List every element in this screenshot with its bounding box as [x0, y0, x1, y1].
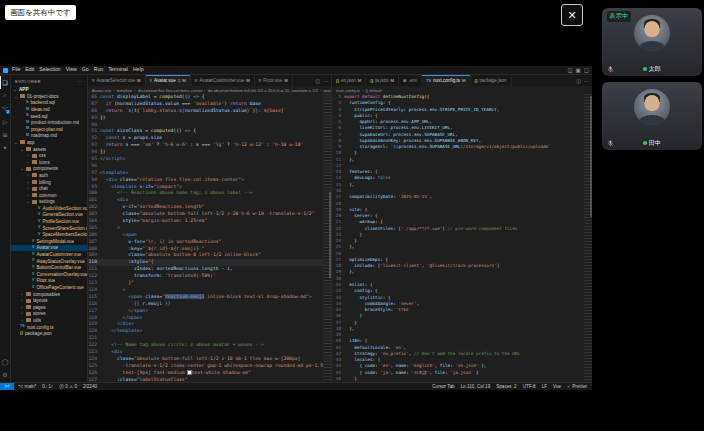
code-line[interactable]: 116 {{ r.emoji }}	[88, 301, 331, 308]
tab-ja.json[interactable]: {}ja.jsonM	[366, 75, 399, 86]
status-item[interactable]: 2/2240	[83, 384, 97, 389]
scrollbar-thumb[interactable]	[590, 96, 593, 217]
menu-run[interactable]: Run	[94, 67, 104, 72]
menu-help[interactable]: Help	[133, 67, 144, 72]
layout-toggle-icon[interactable]: ◫	[567, 67, 572, 73]
tree-item-AvatarCustomizer.vue[interactable]: VAvatarCustomizer.vue	[11, 251, 87, 258]
tree-item-product-introduction.md[interactable]: Mproduct-introduction.md	[11, 119, 87, 126]
tree-item-seed.sql[interactable]: Sseed.sql	[11, 113, 87, 120]
code-line[interactable]: 110 :style="{	[88, 259, 331, 266]
tree-item-roadmap.md[interactable]: Mroadmap.md	[11, 133, 87, 140]
workspace-section-header[interactable]: ⌄ APP	[11, 86, 87, 93]
code-line[interactable]: 101 <div	[88, 197, 331, 204]
code-line[interactable]: 114 >	[88, 287, 331, 294]
tree-item-Avatar.vue[interactable]: VAvatar.vue	[11, 245, 87, 252]
activitybar-ai-chat-icon[interactable]: ✦	[0, 141, 10, 154]
code-line[interactable]: 109 class="absolute bottom-0 left-1/2 in…	[88, 252, 331, 259]
activitybar-source-control-icon[interactable]: ⌥2	[0, 102, 10, 115]
status-item[interactable]: ✓ Prettier	[567, 384, 587, 389]
code-line[interactable]: 117 </span>	[88, 308, 331, 315]
activitybar-search-icon[interactable]: ⌕	[0, 89, 10, 102]
breadcrumb-item[interactable]: nuxt.config.ts	[336, 88, 360, 93]
tree-item-chat[interactable]: ›chat	[11, 185, 87, 192]
code-line[interactable]: 112 transform: 'translateX(-50%)'	[88, 273, 331, 280]
menu-terminal[interactable]: Terminal	[108, 67, 128, 72]
menu-go[interactable]: Go	[82, 67, 89, 72]
tree-item-billing[interactable]: ›billing	[11, 179, 87, 186]
status-item[interactable]: Ⓧ 0 ⚠ 0	[59, 384, 77, 389]
code-line[interactable]: 122 <!-- Name tag above circle; z above …	[88, 342, 331, 349]
code-line[interactable]: 119 </div>	[88, 321, 331, 328]
tree-item-SpaceMembersSection.vue[interactable]: VSpaceMembersSection.vue	[11, 231, 87, 238]
tree-item-ideas.md[interactable]: Mideas.md	[11, 106, 87, 113]
code-line[interactable]: 95</script>	[88, 156, 331, 163]
code-line[interactable]: 91const sizeClass = computed(() => {	[88, 128, 331, 135]
layout-toggle-icon[interactable]: ▢	[584, 67, 589, 73]
close-share-button[interactable]: ✕	[561, 4, 583, 26]
tree-item-auth[interactable]: ›auth	[11, 172, 87, 179]
menu-selection[interactable]: Selection	[39, 67, 60, 72]
more-actions-icon[interactable]: ⋯	[78, 78, 83, 84]
participant-tile[interactable]: 田中	[602, 82, 702, 150]
tab-AvatarSelector.vue[interactable]: VAvatarSelector.vueM	[88, 75, 146, 86]
editor-actions-icon[interactable]: ◫	[576, 78, 581, 84]
code-line[interactable]: 96	[88, 163, 331, 170]
activitybar-accounts-icon[interactable]: ◯	[0, 355, 10, 368]
tree-item-pages[interactable]: ›pages	[11, 304, 87, 311]
code-line[interactable]: 118 </span>	[88, 315, 331, 322]
code-line[interactable]: 126 text-[9px] font-medium text-white sh…	[88, 370, 331, 377]
code-editor-left[interactable]: 86const displayLabel = computed(() => {8…	[88, 94, 331, 382]
tree-item-project-plan.md[interactable]: Mproject-plan.md	[11, 126, 87, 133]
code-line[interactable]: 92 const s = props.size	[88, 135, 331, 142]
editor-actions-icon[interactable]: ◫	[315, 78, 320, 84]
tab-Avatar.vue[interactable]: VAvatar.vue2, M	[146, 75, 191, 86]
code-line[interactable]: 111 zIndex: sortedReactions.length - i,	[88, 266, 331, 273]
activitybar-explorer-icon[interactable]: ❏	[0, 76, 10, 89]
code-line[interactable]: 105 >	[88, 225, 331, 232]
code-line[interactable]: 94})	[88, 149, 331, 156]
tree-item-layouts[interactable]: ›layouts	[11, 297, 87, 304]
code-line[interactable]: 124 class="absolute bottom-full left-1/2…	[88, 356, 331, 363]
tree-item-OfficePageContent.vue[interactable]: VOfficePageContent.vue	[11, 284, 87, 291]
tab-nuxt.config.ts[interactable]: TSnuxt.config.tsM	[422, 75, 470, 86]
tree-item-package.json[interactable]: {}package.json	[11, 330, 87, 337]
status-item[interactable]: Spaces: 2	[496, 384, 516, 389]
status-item[interactable]: 0↓ 1↑	[42, 384, 53, 389]
code-line[interactable]: 104 style="margin-bottom: 1.25rem"	[88, 218, 331, 225]
status-item[interactable]: UTF-8	[523, 384, 536, 389]
breadcrumb-item[interactable]: span.absolute.bottom	[323, 88, 331, 93]
tree-item-BottomControlBar.vue[interactable]: VBottomControlBar.vue	[11, 264, 87, 271]
editor-actions-icon[interactable]: ⋯	[323, 78, 328, 84]
code-line[interactable]: 108 :key="`${r.id}-${r.emoji}`"	[88, 246, 331, 253]
tree-item-icons[interactable]: ›icons	[11, 159, 87, 166]
tree-item-GeneralSection.vue[interactable]: VGeneralSection.vue	[11, 212, 87, 219]
tree-item-01-project-docs[interactable]: ⌄01-project-docs	[11, 93, 87, 100]
code-line[interactable]: 99 <template v-if="compact">	[88, 184, 331, 191]
code-line[interactable]: 107 v-for="(r, i) in sortedReactions"	[88, 239, 331, 246]
tab-Floor.vue[interactable]: VFloor.vueM	[255, 75, 293, 86]
code-line[interactable]: 115 <span class="reaction-emoji inline-b…	[88, 294, 331, 301]
code-line[interactable]: 100 <!-- Reactions above name tag; z abo…	[88, 190, 331, 197]
code-line[interactable]: 90	[88, 122, 331, 129]
code-line[interactable]: 113 }"	[88, 280, 331, 287]
activitybar-run-debug-icon[interactable]: ▷	[0, 115, 10, 128]
tree-item-settings[interactable]: ⌄settings	[11, 199, 87, 206]
code-line[interactable]: 88 return `${t(`lobby.status.${normalize…	[88, 108, 331, 115]
code-line[interactable]: 125 -translate-x-1/2 items-center gap-1 …	[88, 363, 331, 370]
activitybar-settings-icon[interactable]: ⚙	[0, 368, 10, 381]
status-item[interactable]: Cursor Tab	[432, 384, 454, 389]
code-line[interactable]: 98 <div class="relative flex flex-col it…	[88, 177, 331, 184]
tree-item-Floor.vue[interactable]: VFloor.vue	[11, 278, 87, 285]
breadcrumb-item[interactable]: div.relative.flex.flex-col.items-center	[138, 88, 203, 93]
status-item[interactable]: Ln 110, Col 19	[461, 384, 491, 389]
breadcrumb-item[interactable]: Avatar.vue	[92, 88, 111, 93]
tree-item-ProfileSection.vue[interactable]: VProfileSection.vue	[11, 218, 87, 225]
code-line[interactable]: 93 return s === 'sm' ? 'h-6 w-6' : s ===…	[88, 142, 331, 149]
menu-view[interactable]: View	[66, 67, 77, 72]
tree-item-ScreenShareSection.vue[interactable]: VScreenShareSection.vue	[11, 225, 87, 232]
tree-item-utils[interactable]: ›utils	[11, 317, 87, 324]
status-item[interactable]: Vue	[553, 384, 561, 389]
code-line[interactable]: 89})	[88, 115, 331, 122]
menu-edit[interactable]: Edit	[25, 67, 34, 72]
code-line[interactable]: 102 v-if="sortedReactions.length"	[88, 204, 331, 211]
